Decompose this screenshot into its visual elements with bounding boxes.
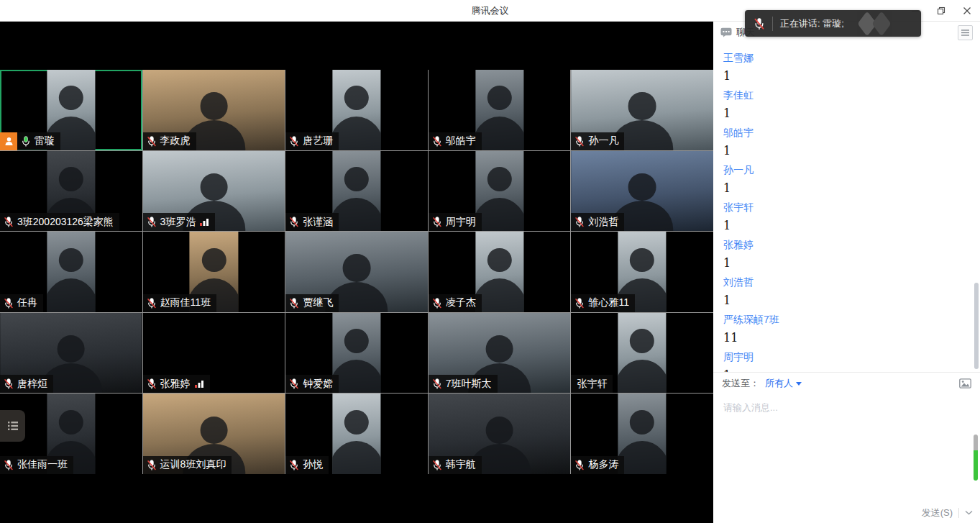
host-badge-icon (0, 132, 17, 150)
participant-label: 李政虎 (143, 132, 196, 150)
participant-name: 周宇明 (446, 216, 476, 229)
mic-muted-icon (432, 297, 442, 309)
participant-name: 唐艺珊 (303, 135, 333, 147)
main-area: 雷璇 李政虎 唐艺珊 (0, 22, 980, 523)
hamburger-icon (961, 29, 970, 37)
speaking-text: 正在讲话: 雷璇; (780, 17, 844, 30)
participant-nametag: 任冉 (0, 294, 43, 312)
participant-nametag: 张谨涵 (285, 213, 339, 231)
video-tile[interactable]: 孙一凡 (571, 70, 713, 150)
chat-panel: 聊天 王雪娜 1 李佳虹 1 邬皓宇 1 孙一凡 1 张宇轩 1 张雅婷 1 (713, 22, 980, 523)
participant-label: 雏心雅11 (571, 294, 635, 312)
video-tile[interactable]: 唐梓烜 (0, 313, 142, 394)
video-tile[interactable]: 3班200203126梁家熊 (0, 151, 142, 232)
list-view-icon (6, 419, 19, 432)
video-tile[interactable]: 钟爱嫦 (285, 313, 428, 394)
image-icon (959, 378, 971, 388)
participant-nametag: 孙一凡 (571, 132, 624, 150)
participant-label: 刘浩哲 (571, 213, 624, 231)
video-tile[interactable]: 张雅婷 (143, 313, 285, 394)
video-tile[interactable]: 张宇轩 (571, 313, 713, 394)
mic-muted-icon (147, 378, 157, 390)
video-tile[interactable]: 雏心雅11 (571, 232, 713, 312)
video-tile[interactable]: 周宇明 (429, 151, 571, 232)
participant-label: 邬皓宇 (429, 132, 482, 150)
send-options-chevron-icon[interactable] (965, 510, 973, 515)
participant-nametag: 邬皓宇 (429, 132, 482, 150)
video-tile[interactable]: 贾继飞 (285, 232, 428, 312)
video-tile[interactable]: 雷璇 (0, 70, 142, 150)
participant-name: 张谨涵 (303, 216, 333, 229)
participant-name: 雷璇 (35, 135, 55, 147)
chat-message-sender: 刘浩哲 (723, 277, 970, 287)
mic-muted-icon (574, 135, 585, 147)
participant-label: 唐艺珊 (285, 132, 339, 150)
send-to-value: 所有人 (765, 377, 793, 390)
video-tile[interactable]: 运训8班刘真印 (143, 394, 285, 474)
chat-message-text: 1 (723, 183, 970, 194)
participant-nametag: 7班叶斯太 (429, 375, 498, 393)
close-button[interactable] (954, 0, 980, 21)
participant-name: 3班200203126梁家熊 (17, 216, 114, 229)
chat-footer: 发送(S) (713, 502, 980, 523)
chat-bubble-icon (720, 27, 732, 37)
participant-video (475, 70, 523, 150)
video-tile[interactable]: 任冉 (0, 232, 142, 312)
participant-name: 贾继飞 (303, 296, 333, 309)
video-tile[interactable]: 唐艺珊 (285, 70, 428, 150)
video-tile[interactable]: 7班叶斯太 (429, 313, 571, 394)
video-tile[interactable]: 张谨涵 (285, 151, 428, 232)
participant-name: 孙一凡 (588, 135, 618, 147)
video-tile[interactable]: 刘浩哲 (571, 151, 713, 232)
participant-label: 运训8班刘真印 (143, 456, 232, 474)
participant-name: 李政虎 (160, 135, 191, 147)
participant-video (47, 232, 95, 312)
person-silhouette (618, 410, 667, 474)
participant-video (332, 394, 380, 474)
video-tile[interactable]: 韩宇航 (429, 394, 571, 474)
participant-label: 雷璇 (0, 132, 60, 150)
chat-message: 邬皓宇 1 (723, 127, 970, 157)
send-to-label: 发送至： (722, 377, 759, 390)
chat-menu-button[interactable] (958, 25, 973, 40)
message-input[interactable] (713, 394, 970, 502)
input-scrollbar-thumb[interactable] (974, 435, 978, 481)
restore-button[interactable] (928, 0, 954, 21)
person-silhouette (332, 410, 380, 474)
person-silhouette (332, 86, 380, 150)
participant-label: 杨多涛 (571, 456, 624, 474)
video-tile[interactable]: 李政虎 (143, 70, 285, 150)
video-tile[interactable]: 邬皓宇 (429, 70, 571, 150)
mic-muted-icon (147, 297, 157, 309)
participant-label: 3班罗浩 (143, 213, 216, 231)
member-list-button[interactable] (0, 410, 25, 442)
send-to-dropdown[interactable]: 所有人 (765, 377, 802, 390)
network-signal-icon (194, 380, 204, 388)
participant-label: 周宇明 (429, 213, 482, 231)
participant-nametag: 3班罗浩 (143, 213, 216, 231)
footer-divider (958, 508, 959, 518)
user-icon (4, 136, 14, 147)
chat-message-text: 1 (723, 108, 970, 119)
video-tile[interactable]: 杨多涛 (571, 394, 713, 474)
send-button[interactable]: 发送(S) (922, 506, 953, 519)
chat-message-sender: 张宇轩 (723, 202, 970, 212)
meeting-logo-icon (852, 14, 902, 34)
participant-label: 钟爱嫦 (285, 375, 339, 393)
chat-scrollbar-thumb[interactable] (974, 283, 979, 369)
video-tile[interactable]: 3班罗浩 (143, 151, 285, 232)
participant-label: 韩宇航 (429, 456, 482, 474)
chat-message-text: 1 (723, 71, 970, 82)
participant-video (475, 151, 523, 232)
participant-nametag: 唐艺珊 (285, 132, 339, 150)
participant-name: 7班叶斯太 (446, 378, 492, 391)
video-tile[interactable]: 孙悦 (285, 394, 428, 474)
participant-name: 任冉 (17, 296, 37, 309)
video-tile[interactable]: 凌子杰 (429, 232, 571, 312)
video-tile[interactable]: 赵雨佳11班 (143, 232, 285, 312)
send-image-button[interactable] (959, 378, 971, 388)
participant-nametag: 雏心雅11 (571, 294, 635, 312)
participant-nametag: 李政虎 (143, 132, 196, 150)
participant-name: 张佳雨一班 (17, 458, 68, 471)
chat-message: 刘浩哲 1 (723, 277, 970, 306)
